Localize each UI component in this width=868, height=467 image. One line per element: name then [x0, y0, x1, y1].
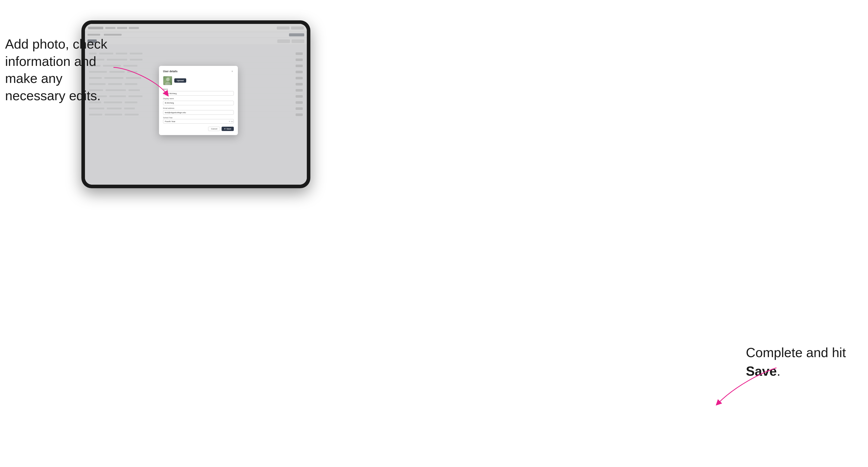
- tablet-screen: /: [85, 24, 307, 185]
- school-year-label: School Year: [163, 117, 234, 119]
- annotation-right: Complete and hit Save.: [746, 343, 853, 380]
- upload-photo-button[interactable]: Upload: [174, 79, 186, 83]
- save-button[interactable]: ⬆ Save: [222, 127, 234, 131]
- svg-point-0: [166, 77, 170, 81]
- user-details-modal: User details × Upload: [159, 66, 238, 135]
- avatar-image: [163, 76, 172, 85]
- display-name-field-group: Display name: [163, 98, 234, 105]
- school-year-select[interactable]: Fourth Year: [163, 119, 234, 124]
- avatar-photo: [163, 76, 172, 85]
- school-year-arrow-icon[interactable]: ⬆⬇: [231, 121, 233, 122]
- school-year-field-group: School Year Fourth Year ✕ ⬆⬇: [163, 117, 234, 124]
- school-year-controls: ✕ ⬆⬇: [229, 121, 233, 122]
- save-button-label: Save: [226, 128, 231, 130]
- modal-footer: Cancel ⬆ Save: [163, 127, 234, 131]
- modal-overlay: User details × Upload: [85, 24, 307, 185]
- name-field-group: Name: [163, 88, 234, 96]
- svg-point-1: [165, 82, 171, 85]
- avatar-section: Upload: [163, 76, 234, 85]
- email-input[interactable]: [163, 110, 234, 115]
- name-input[interactable]: [163, 91, 234, 96]
- modal-title: User details: [163, 70, 178, 73]
- tablet-device: /: [82, 20, 310, 188]
- email-label: Email address: [163, 107, 234, 109]
- annotation-left: Add photo, check information and make an…: [5, 36, 112, 104]
- email-field-group: Email address: [163, 107, 234, 115]
- modal-close-button[interactable]: ×: [231, 70, 234, 73]
- modal-header: User details ×: [163, 70, 234, 73]
- school-year-wrapper: Fourth Year ✕ ⬆⬇: [163, 119, 234, 124]
- name-label: Name: [163, 88, 234, 90]
- cancel-button[interactable]: Cancel: [208, 127, 220, 131]
- school-year-value: Fourth Year: [165, 120, 175, 123]
- display-name-label: Display name: [163, 98, 234, 99]
- school-year-clear-icon[interactable]: ✕: [229, 121, 230, 122]
- display-name-input[interactable]: [163, 101, 234, 105]
- save-icon: ⬆: [224, 128, 226, 130]
